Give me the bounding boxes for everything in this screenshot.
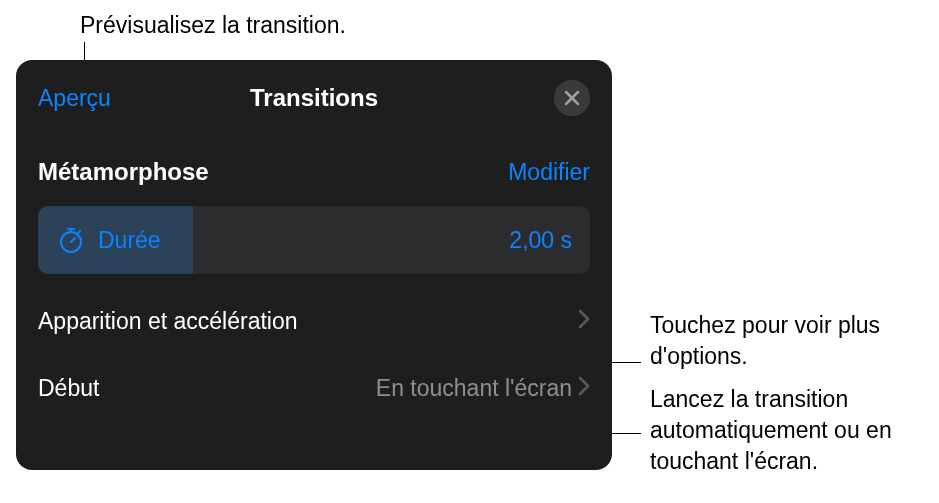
start-label: Début: [38, 375, 99, 402]
duration-value: 2,00 s: [509, 227, 572, 254]
duration-label: Durée: [98, 227, 161, 254]
start-value: En touchant l'écran: [376, 375, 572, 402]
start-row[interactable]: Début En touchant l'écran: [16, 355, 612, 422]
chevron-right-icon: [578, 376, 590, 402]
transition-name-row: Métamorphose Modifier: [16, 138, 612, 200]
appearance-label: Apparition et accélération: [38, 308, 298, 335]
duration-slider[interactable]: Durée 2,00 s: [38, 206, 590, 274]
preview-button[interactable]: Aperçu: [38, 85, 111, 112]
modify-button[interactable]: Modifier: [508, 159, 590, 186]
close-icon: [564, 90, 580, 106]
close-button[interactable]: [554, 80, 590, 116]
panel-header: Aperçu Transitions: [16, 76, 612, 138]
chevron-right-icon: [578, 309, 590, 335]
stopwatch-icon: [56, 225, 86, 255]
panel-title: Transitions: [250, 84, 378, 112]
transitions-panel: Aperçu Transitions Métamorphose Modifier…: [16, 60, 612, 470]
svg-line-3: [78, 231, 80, 233]
duration-content: Durée 2,00 s: [38, 225, 590, 255]
transition-name: Métamorphose: [38, 158, 209, 186]
svg-line-4: [71, 238, 75, 242]
callout-start-mode: Lancez la transition automatiquement ou …: [650, 384, 930, 477]
callout-preview: Prévisualisez la transition.: [80, 10, 346, 41]
appearance-row[interactable]: Apparition et accélération: [16, 288, 612, 355]
callout-more-options: Touchez pour voir plus d'options.: [650, 310, 930, 372]
